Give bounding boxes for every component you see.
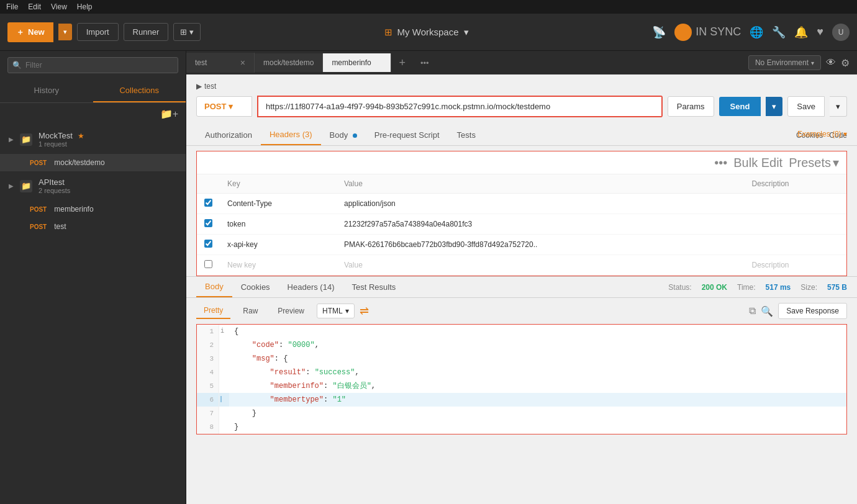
new-dropdown-button[interactable]: ▾ xyxy=(58,24,72,40)
search-response-button[interactable]: 🔍 xyxy=(761,303,773,319)
interceptor-icon[interactable]: 📡 xyxy=(652,25,666,39)
save-dropdown-button[interactable]: ▾ xyxy=(830,96,847,117)
tab-memberinfo[interactable]: memberinfo xyxy=(323,53,391,72)
eye-icon[interactable]: 👁 xyxy=(826,57,836,68)
header-desc[interactable] xyxy=(745,235,847,255)
workspace-button[interactable]: ⊞ My Workspace ▾ xyxy=(384,27,469,38)
req-tab-prerequest[interactable]: Pre-request Script xyxy=(366,125,448,145)
response-code-area: 1 i { 2 "code": "0000", 3 "msg": { 4 xyxy=(196,324,847,434)
filter-input[interactable] xyxy=(7,57,178,73)
examples-label: Examples (0) xyxy=(797,130,841,138)
size-value: 575 B xyxy=(827,283,847,292)
chevron-down-icon: ▾ xyxy=(833,155,839,170)
settings-icon[interactable]: ⚙ xyxy=(841,57,850,69)
sidebar-search-wrap: 🔍 xyxy=(0,51,186,79)
code-line-4: 4 "result": "success", xyxy=(197,366,846,379)
tab-close-icon[interactable]: × xyxy=(240,58,245,68)
new-button[interactable]: ＋ New xyxy=(7,22,53,42)
more-options-icon[interactable]: ••• xyxy=(714,156,727,170)
wrench-icon[interactable]: 🔧 xyxy=(772,25,786,39)
status-label: Status: xyxy=(668,283,691,292)
header-desc[interactable] xyxy=(745,214,847,235)
bulk-edit-button[interactable]: Bulk Edit xyxy=(733,156,782,170)
header-key[interactable]: x-api-key xyxy=(220,235,337,255)
collection-icon: 📁 xyxy=(20,180,32,192)
header-checkbox[interactable] xyxy=(204,240,212,248)
examples-link[interactable]: Examples (0) ▾ xyxy=(787,125,857,143)
menu-file[interactable]: File xyxy=(6,2,18,11)
new-desc-cell[interactable]: Description xyxy=(745,255,847,276)
new-key-cell[interactable]: New key xyxy=(220,255,337,276)
req-tab-body[interactable]: Body xyxy=(321,125,366,145)
workspace-label: My Workspace xyxy=(397,27,459,37)
header-key[interactable]: token xyxy=(220,214,337,235)
url-input[interactable] xyxy=(258,97,661,116)
avatar[interactable]: U xyxy=(832,24,850,41)
new-value-cell[interactable]: Value xyxy=(337,255,745,276)
resp-tab-testresults[interactable]: Test Results xyxy=(343,277,404,297)
runner-button[interactable]: Runner xyxy=(124,23,169,41)
import-button[interactable]: Import xyxy=(77,23,119,41)
header-key[interactable]: Content-Type xyxy=(220,194,337,214)
header-checkbox[interactable] xyxy=(204,219,212,227)
lang-select[interactable]: HTML ▾ xyxy=(317,304,355,318)
request-item-memberinfo[interactable]: POST memberinfo xyxy=(0,200,186,218)
send-dropdown-button[interactable]: ▾ xyxy=(766,97,782,116)
send-button[interactable]: Send xyxy=(719,97,761,116)
wrap-icon[interactable]: ⇌ xyxy=(360,304,369,318)
format-raw-button[interactable]: Raw xyxy=(235,304,265,318)
resp-tab-cookies[interactable]: Cookies xyxy=(232,277,279,297)
header-value[interactable]: 21232f297a57a5a743894a0e4a801fc3 xyxy=(337,214,745,235)
header-value[interactable]: PMAK-626176b6bcaeb772b03fbd90-3ffd87d492… xyxy=(337,235,745,255)
header-checkbox[interactable] xyxy=(204,260,212,268)
req-tab-tests[interactable]: Tests xyxy=(448,125,484,145)
add-collection-button[interactable]: 📁+ xyxy=(160,108,178,120)
tab-mock-testdemo[interactable]: mock/testdemo xyxy=(255,53,323,72)
collection-apitest-header[interactable]: ▶ 📁 APItest 2 requests xyxy=(0,171,186,200)
heart-icon[interactable]: ♥ xyxy=(817,25,823,38)
save-response-button[interactable]: Save Response xyxy=(778,303,847,319)
bell-icon[interactable]: 🔔 xyxy=(794,25,808,39)
header-checkbox[interactable] xyxy=(204,199,212,207)
collection-icon: 📁 xyxy=(20,133,32,146)
params-button[interactable]: Params xyxy=(668,96,714,117)
header-value[interactable]: application/json xyxy=(337,194,745,214)
presets-button[interactable]: Presets ▾ xyxy=(789,155,839,170)
browse-icon[interactable]: 🌐 xyxy=(750,25,763,39)
environment-selector[interactable]: No Environment ▾ xyxy=(748,55,821,70)
right-panel: test × mock/testdemo memberinfo + ••• No… xyxy=(186,51,857,504)
collection-mocktest-header[interactable]: ▶ 📁 MockTest ★ 1 request xyxy=(0,125,186,154)
tab-history[interactable]: History xyxy=(0,79,93,102)
header-desc[interactable] xyxy=(745,194,847,214)
request-item-test[interactable]: POST test xyxy=(0,218,186,235)
menu-view[interactable]: View xyxy=(51,2,67,11)
menu-edit[interactable]: Edit xyxy=(28,2,41,11)
format-pretty-button[interactable]: Pretty xyxy=(196,303,230,319)
collection-info: MockTest ★ 1 request xyxy=(39,131,84,148)
method-select[interactable]: POST ▾ xyxy=(196,96,252,117)
menu-help[interactable]: Help xyxy=(77,2,93,11)
time-label: Time: xyxy=(737,283,756,292)
chevron-right-icon: ▶ xyxy=(196,82,202,91)
breadcrumb: ▶ test xyxy=(196,82,847,91)
save-button[interactable]: Save xyxy=(787,96,825,117)
tab-add-button[interactable]: + xyxy=(391,52,413,74)
request-item-mock-testdemo[interactable]: POST mock/testdemo xyxy=(0,154,186,171)
tab-test[interactable]: test × xyxy=(186,53,255,73)
tab-more-button[interactable]: ••• xyxy=(413,53,437,73)
status-value: 200 OK xyxy=(702,283,727,292)
copy-button[interactable]: ⧉ xyxy=(749,303,756,319)
sidebar-tabs: History Collections xyxy=(0,79,186,103)
tab-label: memberinfo xyxy=(332,58,371,67)
extra-button[interactable]: ⊞ ▾ xyxy=(173,23,201,41)
code-line-5: 5 "memberinfo": "白银会员", xyxy=(197,379,846,393)
req-tab-headers[interactable]: Headers (3) xyxy=(261,125,321,145)
tab-collections[interactable]: Collections xyxy=(93,79,186,102)
url-input-wrap xyxy=(257,96,663,117)
format-preview-button[interactable]: Preview xyxy=(270,304,312,318)
chevron-right-icon: ▶ xyxy=(9,182,14,189)
resp-tab-body[interactable]: Body xyxy=(196,277,232,297)
header-new-row: New key Value Description xyxy=(197,255,846,276)
resp-tab-headers[interactable]: Headers (14) xyxy=(279,277,343,297)
req-tab-authorization[interactable]: Authorization xyxy=(196,125,261,145)
